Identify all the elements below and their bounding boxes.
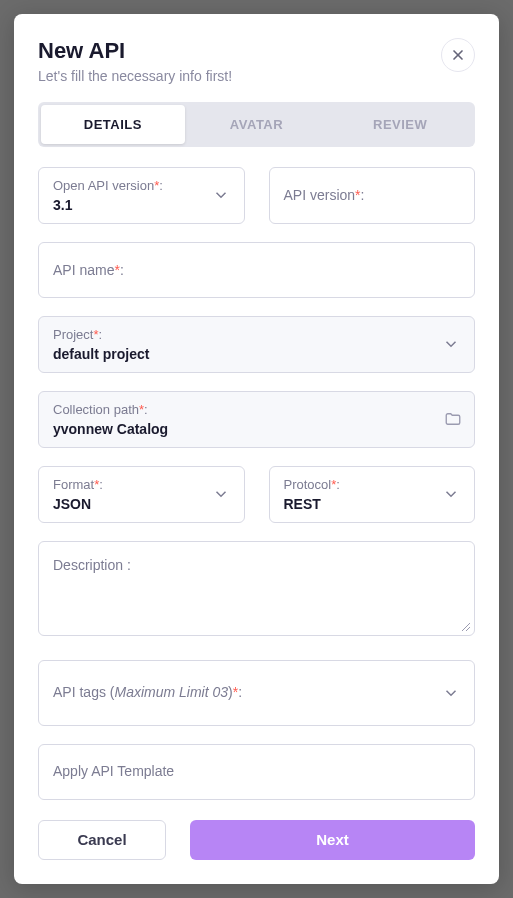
close-button[interactable]: [441, 38, 475, 72]
project-select[interactable]: Project*: default project: [38, 316, 475, 373]
chevron-down-icon: [442, 684, 460, 702]
chevron-down-icon: [212, 186, 230, 204]
tab-review[interactable]: REVIEW: [328, 105, 472, 144]
field-label: API tags (Maximum Limit 03)*:: [53, 683, 460, 701]
tab-avatar[interactable]: AVATAR: [185, 105, 329, 144]
chevron-down-icon: [212, 485, 230, 503]
api-name-input[interactable]: API name*:: [38, 242, 475, 298]
collection-path-input[interactable]: Collection path*: yvonnew Catalog: [38, 391, 475, 448]
modal-subtitle: Let's fill the necessary info first!: [38, 68, 475, 84]
api-template-input[interactable]: Apply API Template: [38, 744, 475, 800]
modal-footer: Cancel Next: [38, 820, 475, 860]
tab-details[interactable]: DETAILS: [41, 105, 185, 144]
format-select[interactable]: Format*: JSON: [38, 466, 245, 523]
resize-handle-icon: [461, 622, 471, 632]
field-value: 3.1: [53, 197, 230, 213]
folder-icon: [444, 410, 462, 428]
close-icon: [450, 47, 466, 63]
api-version-input[interactable]: API version*:: [269, 167, 476, 224]
api-tags-select[interactable]: API tags (Maximum Limit 03)*:: [38, 660, 475, 726]
field-label: API version*:: [284, 186, 461, 204]
field-label: Description :: [53, 556, 460, 574]
tabs-container: DETAILS AVATAR REVIEW: [38, 102, 475, 147]
chevron-down-icon: [442, 335, 460, 353]
field-label: Format*:: [53, 477, 230, 494]
cancel-button[interactable]: Cancel: [38, 820, 166, 860]
field-value: JSON: [53, 496, 230, 512]
svg-line-2: [462, 623, 470, 631]
description-textarea[interactable]: Description :: [38, 541, 475, 636]
field-label: Project*:: [53, 327, 460, 344]
field-label: Apply API Template: [53, 762, 460, 780]
chevron-down-icon: [442, 485, 460, 503]
modal-title: New API: [38, 38, 475, 64]
field-label: Protocol*:: [284, 477, 461, 494]
field-label: Open API version*:: [53, 178, 230, 195]
field-value: yvonnew Catalog: [53, 421, 460, 437]
field-label: Collection path*:: [53, 402, 460, 419]
field-value: default project: [53, 346, 460, 362]
open-api-version-select[interactable]: Open API version*: 3.1: [38, 167, 245, 224]
next-button[interactable]: Next: [190, 820, 475, 860]
protocol-select[interactable]: Protocol*: REST: [269, 466, 476, 523]
modal-header: New API Let's fill the necessary info fi…: [38, 38, 475, 84]
svg-line-3: [466, 627, 470, 631]
field-label: API name*:: [53, 261, 460, 279]
new-api-modal: New API Let's fill the necessary info fi…: [14, 14, 499, 884]
field-value: REST: [284, 496, 461, 512]
